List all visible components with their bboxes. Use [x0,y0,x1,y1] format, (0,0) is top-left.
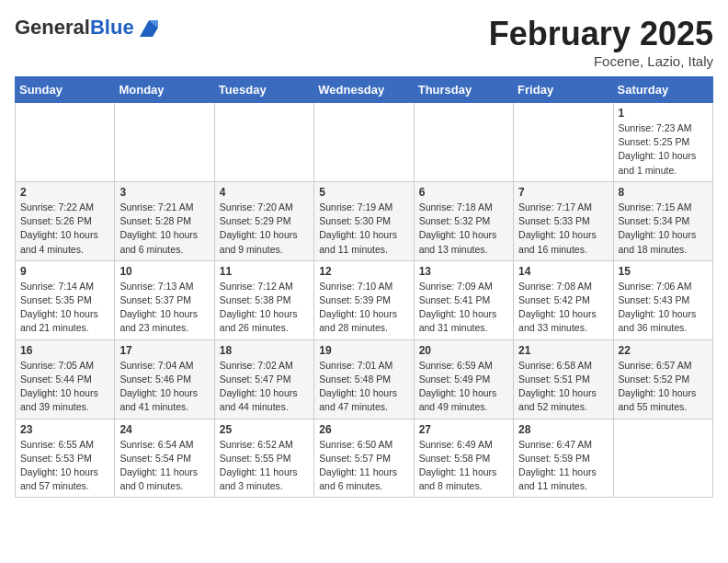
calendar-cell [613,419,712,498]
day-info: Sunrise: 7:13 AMSunset: 5:37 PMDaylight:… [119,280,209,336]
day-info: Sunrise: 7:23 AMSunset: 5:25 PMDaylight:… [619,121,708,178]
calendar-week-row: 16Sunrise: 7:05 AMSunset: 5:44 PMDayligh… [16,339,713,419]
calendar-cell: 21Sunrise: 6:58 AMSunset: 5:51 PMDayligh… [514,339,613,419]
day-info: Sunrise: 6:50 AMSunset: 5:57 PMDaylight:… [319,438,408,494]
day-info: Sunrise: 7:10 AMSunset: 5:39 PMDaylight:… [319,280,408,336]
calendar-cell: 27Sunrise: 6:49 AMSunset: 5:58 PMDayligh… [414,419,513,498]
calendar-week-row: 9Sunrise: 7:14 AMSunset: 5:35 PMDaylight… [16,260,713,339]
day-info: Sunrise: 6:55 AMSunset: 5:53 PMDaylight:… [20,438,109,494]
calendar-cell: 9Sunrise: 7:14 AMSunset: 5:35 PMDaylight… [16,260,115,339]
calendar-week-row: 23Sunrise: 6:55 AMSunset: 5:53 PMDayligh… [16,419,713,498]
day-number: 13 [419,265,508,278]
calendar-cell: 13Sunrise: 7:09 AMSunset: 5:41 PMDayligh… [414,260,513,339]
calendar-cell: 28Sunrise: 6:47 AMSunset: 5:59 PMDayligh… [514,419,613,498]
day-info: Sunrise: 7:02 AMSunset: 5:47 PMDaylight:… [220,359,309,415]
day-info: Sunrise: 6:57 AMSunset: 5:52 PMDaylight:… [619,359,708,415]
calendar-cell [115,103,214,182]
day-info: Sunrise: 6:49 AMSunset: 5:58 PMDaylight:… [419,438,508,494]
day-number: 1 [619,107,708,120]
day-info: Sunrise: 7:09 AMSunset: 5:41 PMDaylight:… [419,280,508,336]
day-number: 18 [220,344,309,357]
month-title: February 2025 [489,15,713,53]
day-info: Sunrise: 6:54 AMSunset: 5:54 PMDaylight:… [119,438,209,494]
day-info: Sunrise: 7:08 AMSunset: 5:42 PMDaylight:… [518,280,608,336]
day-info: Sunrise: 6:58 AMSunset: 5:51 PMDaylight:… [518,359,608,415]
calendar-cell: 4Sunrise: 7:20 AMSunset: 5:29 PMDaylight… [214,181,313,260]
day-info: Sunrise: 7:12 AMSunset: 5:38 PMDaylight:… [220,280,309,336]
day-info: Sunrise: 7:18 AMSunset: 5:32 PMDaylight:… [419,201,508,257]
day-number: 24 [119,423,209,436]
day-number: 2 [20,186,109,199]
weekday-header-row: SundayMondayTuesdayWednesdayThursdayFrid… [16,77,713,103]
calendar-cell [514,103,613,182]
calendar-cell: 8Sunrise: 7:15 AMSunset: 5:34 PMDaylight… [613,181,712,260]
calendar-cell: 16Sunrise: 7:05 AMSunset: 5:44 PMDayligh… [16,339,115,419]
calendar-cell: 2Sunrise: 7:22 AMSunset: 5:26 PMDaylight… [16,181,115,260]
day-info: Sunrise: 7:20 AMSunset: 5:29 PMDaylight:… [220,201,309,257]
day-number: 16 [20,344,109,357]
day-info: Sunrise: 7:05 AMSunset: 5:44 PMDaylight:… [20,359,109,415]
day-number: 19 [319,344,408,357]
day-number: 4 [220,186,309,199]
calendar-cell: 10Sunrise: 7:13 AMSunset: 5:37 PMDayligh… [115,260,214,339]
day-number: 11 [220,265,309,278]
calendar-cell: 3Sunrise: 7:21 AMSunset: 5:28 PMDaylight… [115,181,214,260]
calendar-table: SundayMondayTuesdayWednesdayThursdayFrid… [15,76,713,498]
day-number: 12 [319,265,408,278]
day-number: 23 [20,423,109,436]
day-number: 20 [419,344,508,357]
weekday-header: Sunday [16,77,115,103]
calendar-cell [314,103,414,182]
day-number: 22 [619,344,708,357]
calendar-week-row: 1Sunrise: 7:23 AMSunset: 5:25 PMDaylight… [16,103,713,182]
calendar-cell: 19Sunrise: 7:01 AMSunset: 5:48 PMDayligh… [314,339,414,419]
title-block: February 2025 Focene, Lazio, Italy [489,15,713,69]
logo-general: GeneralBlue [15,17,134,39]
calendar-cell: 25Sunrise: 6:52 AMSunset: 5:55 PMDayligh… [214,419,313,498]
day-number: 5 [319,186,408,199]
calendar-cell: 14Sunrise: 7:08 AMSunset: 5:42 PMDayligh… [514,260,613,339]
day-info: Sunrise: 7:15 AMSunset: 5:34 PMDaylight:… [619,201,708,257]
page-header: GeneralBlue February 2025 Focene, Lazio,… [15,15,713,69]
day-number: 28 [518,423,608,436]
logo-icon [136,15,162,40]
day-number: 10 [119,265,209,278]
day-number: 21 [518,344,608,357]
day-number: 8 [619,186,708,199]
day-number: 6 [419,186,508,199]
day-number: 27 [419,423,508,436]
calendar-cell: 11Sunrise: 7:12 AMSunset: 5:38 PMDayligh… [214,260,313,339]
calendar-cell [214,103,313,182]
calendar-cell [414,103,513,182]
weekday-header: Thursday [414,77,513,103]
day-info: Sunrise: 7:19 AMSunset: 5:30 PMDaylight:… [319,201,408,257]
weekday-header: Saturday [613,77,712,103]
day-number: 7 [518,186,608,199]
day-number: 25 [220,423,309,436]
day-info: Sunrise: 6:59 AMSunset: 5:49 PMDaylight:… [419,359,508,415]
calendar-cell: 18Sunrise: 7:02 AMSunset: 5:47 PMDayligh… [214,339,313,419]
logo: GeneralBlue [15,15,162,40]
day-number: 26 [319,423,408,436]
day-number: 15 [619,265,708,278]
calendar-cell: 23Sunrise: 6:55 AMSunset: 5:53 PMDayligh… [16,419,115,498]
day-info: Sunrise: 7:04 AMSunset: 5:46 PMDaylight:… [119,359,209,415]
weekday-header: Friday [514,77,613,103]
day-number: 9 [20,265,109,278]
day-info: Sunrise: 7:21 AMSunset: 5:28 PMDaylight:… [119,201,209,257]
calendar-cell: 15Sunrise: 7:06 AMSunset: 5:43 PMDayligh… [613,260,712,339]
weekday-header: Tuesday [214,77,313,103]
calendar-cell: 1Sunrise: 7:23 AMSunset: 5:25 PMDaylight… [613,103,712,182]
day-info: Sunrise: 6:47 AMSunset: 5:59 PMDaylight:… [518,438,608,494]
day-number: 3 [119,186,209,199]
weekday-header: Wednesday [314,77,414,103]
calendar-cell: 12Sunrise: 7:10 AMSunset: 5:39 PMDayligh… [314,260,414,339]
calendar-cell: 17Sunrise: 7:04 AMSunset: 5:46 PMDayligh… [115,339,214,419]
calendar-cell: 22Sunrise: 6:57 AMSunset: 5:52 PMDayligh… [613,339,712,419]
calendar-cell [16,103,115,182]
day-info: Sunrise: 6:52 AMSunset: 5:55 PMDaylight:… [220,438,309,494]
day-info: Sunrise: 7:17 AMSunset: 5:33 PMDaylight:… [518,201,608,257]
calendar-cell: 7Sunrise: 7:17 AMSunset: 5:33 PMDaylight… [514,181,613,260]
location: Focene, Lazio, Italy [489,53,713,69]
calendar-cell: 6Sunrise: 7:18 AMSunset: 5:32 PMDaylight… [414,181,513,260]
